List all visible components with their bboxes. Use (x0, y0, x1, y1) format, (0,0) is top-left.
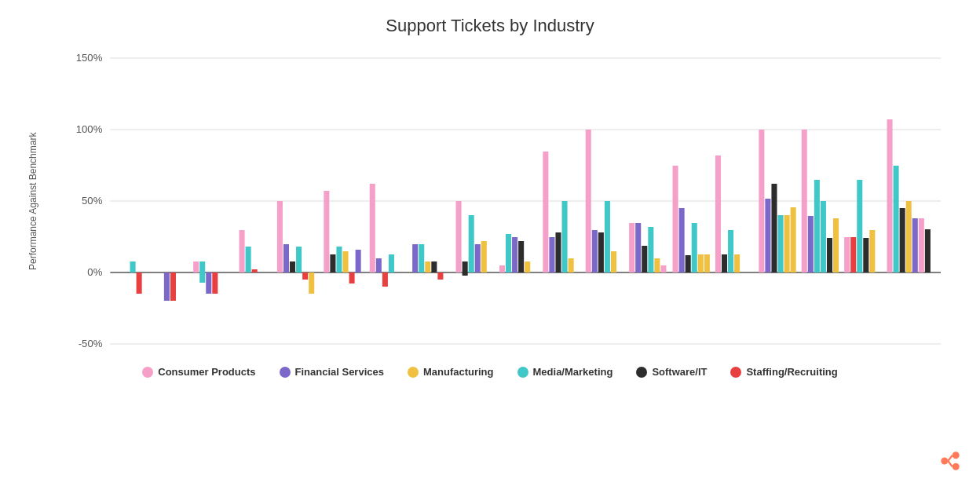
svg-rect-20 (252, 269, 258, 272)
svg-rect-81 (778, 215, 784, 272)
svg-rect-30 (343, 251, 349, 272)
legend-dot-manufacturing (408, 367, 419, 378)
svg-rect-11 (137, 272, 142, 294)
svg-rect-69 (679, 208, 685, 272)
svg-rect-101 (925, 229, 931, 272)
svg-rect-97 (900, 208, 905, 272)
svg-rect-58 (592, 230, 598, 272)
svg-rect-33 (370, 184, 375, 272)
svg-rect-70 (686, 255, 691, 272)
svg-rect-21 (277, 201, 283, 272)
legend-dot-consumer-products (142, 367, 153, 378)
svg-rect-98 (906, 201, 912, 272)
svg-rect-13 (170, 272, 176, 301)
legend-media-marketing: Media/Marketing (517, 366, 613, 378)
legend-manufacturing: Manufacturing (408, 366, 494, 378)
legend-dot-software-it (636, 367, 647, 378)
svg-rect-16 (206, 272, 211, 294)
svg-rect-46 (481, 241, 487, 272)
svg-rect-95 (887, 119, 893, 272)
svg-rect-73 (704, 254, 710, 272)
chart-container: Support Tickets by Industry Performance … (0, 0, 980, 490)
hubspot-logo (936, 447, 964, 481)
svg-rect-39 (425, 261, 430, 272)
svg-rect-51 (525, 261, 530, 272)
svg-rect-50 (518, 241, 524, 272)
svg-rect-61 (611, 251, 616, 272)
svg-rect-47 (499, 265, 505, 272)
svg-rect-27 (324, 191, 329, 272)
svg-rect-59 (598, 232, 604, 272)
svg-rect-41 (437, 272, 443, 280)
svg-rect-75 (722, 254, 727, 272)
svg-rect-54 (555, 232, 561, 272)
svg-rect-26 (309, 272, 314, 294)
svg-rect-62 (629, 223, 634, 272)
svg-rect-77 (734, 254, 740, 272)
svg-rect-100 (919, 218, 924, 272)
svg-rect-68 (673, 166, 678, 272)
svg-rect-35 (382, 272, 388, 287)
svg-rect-88 (827, 238, 832, 272)
svg-rect-85 (808, 216, 814, 272)
svg-rect-40 (431, 261, 437, 272)
svg-text:-50%: -50% (79, 338, 103, 349)
svg-rect-28 (330, 254, 335, 272)
svg-rect-34 (376, 258, 382, 272)
legend-financial-services: Financial Services (280, 366, 384, 378)
svg-rect-87 (821, 201, 826, 272)
svg-rect-18 (240, 230, 245, 272)
svg-rect-93 (863, 238, 868, 272)
svg-rect-71 (692, 223, 697, 272)
svg-rect-24 (296, 247, 302, 272)
svg-rect-17 (212, 272, 218, 294)
svg-point-113 (953, 463, 960, 470)
svg-rect-22 (283, 244, 289, 272)
chart-svg: 150% 100% 50% 0% -50% (71, 44, 941, 358)
legend-dot-staffing-recruiting (730, 367, 741, 378)
svg-text:50%: 50% (82, 195, 103, 207)
svg-rect-92 (857, 180, 862, 272)
svg-rect-53 (549, 237, 554, 272)
svg-text:100%: 100% (76, 123, 103, 135)
svg-rect-44 (469, 215, 474, 272)
svg-rect-72 (698, 254, 704, 272)
svg-rect-60 (605, 201, 610, 272)
svg-rect-66 (654, 258, 660, 272)
svg-rect-38 (419, 244, 424, 272)
y-axis-label: Performance Against Benchmark (27, 44, 38, 358)
svg-rect-57 (586, 130, 591, 272)
svg-rect-55 (562, 201, 568, 272)
svg-rect-43 (463, 261, 468, 276)
svg-rect-67 (660, 265, 666, 272)
svg-rect-94 (869, 230, 875, 272)
legend-staffing-recruiting: Staffing/Recruiting (730, 366, 837, 378)
svg-rect-65 (648, 227, 653, 272)
svg-rect-52 (543, 152, 548, 272)
svg-rect-86 (814, 180, 820, 272)
svg-point-112 (953, 452, 960, 459)
svg-rect-90 (844, 237, 850, 272)
svg-text:0%: 0% (87, 266, 102, 278)
svg-rect-14 (193, 261, 199, 272)
svg-rect-32 (356, 250, 361, 272)
svg-rect-19 (246, 247, 251, 272)
svg-rect-15 (199, 261, 205, 283)
svg-rect-84 (802, 130, 807, 272)
svg-rect-91 (850, 237, 856, 272)
chart-title: Support Tickets by Industry (16, 16, 964, 36)
svg-rect-89 (833, 218, 839, 272)
svg-rect-64 (642, 246, 647, 272)
svg-rect-12 (164, 272, 170, 301)
svg-rect-82 (784, 215, 790, 272)
legend-dot-financial-services (280, 367, 291, 378)
svg-rect-37 (412, 244, 418, 272)
legend-dot-media-marketing (517, 367, 528, 378)
svg-rect-36 (389, 254, 394, 272)
svg-rect-74 (715, 155, 721, 272)
svg-text:150%: 150% (76, 52, 103, 64)
svg-rect-48 (506, 234, 511, 272)
legend-area: Consumer Products Financial Services Man… (16, 366, 964, 378)
svg-rect-56 (569, 258, 574, 272)
svg-rect-96 (894, 166, 899, 272)
